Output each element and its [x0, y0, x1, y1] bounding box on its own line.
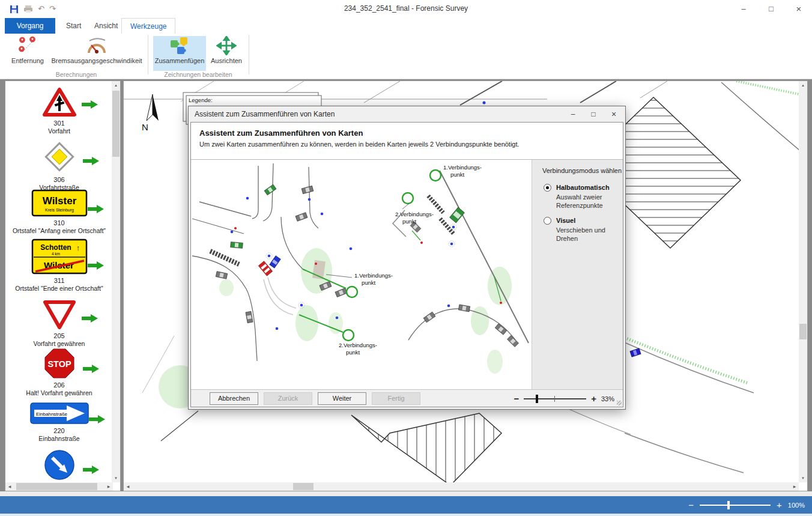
- svg-text:1.Verbindungs-: 1.Verbindungs-: [354, 272, 393, 279]
- zoom-slider[interactable]: [524, 398, 586, 399]
- sign-name: Vorfahrt gewähren: [34, 340, 85, 348]
- map-merge-preview[interactable]: 1.Verbindungs- punkt 2.Verbindungs- punk…: [191, 160, 532, 392]
- tab-werkzeuge[interactable]: Werkzeuge: [121, 18, 175, 34]
- right-map: 1.Verbindungs- punkt 2.Verbindungs- punk…: [393, 164, 529, 374]
- scroll-up-arrow[interactable]: ▲: [799, 81, 807, 90]
- sidebar-vertical-scrollbar[interactable]: ▲ ▼: [112, 81, 120, 482]
- close-button[interactable]: ×: [789, 0, 808, 18]
- tab-start[interactable]: Start: [58, 18, 89, 34]
- scrollbar-thumb[interactable]: [293, 483, 314, 490]
- dialog-subtitle: Um zwei Karten zusammenführen zu können,…: [199, 141, 520, 148]
- canvas-vertical-scrollbar[interactable]: ▲ ▼: [799, 81, 807, 482]
- ribbon-group-separator: [249, 35, 249, 74]
- zoom-slider-tick: [554, 396, 555, 402]
- dialog-maximize-button[interactable]: □: [583, 106, 604, 122]
- sign-name: Halt! Vorfahrt gewähren: [26, 389, 92, 397]
- scroll-down-arrow[interactable]: ▼: [112, 474, 120, 482]
- sidebar-horizontal-scrollbar[interactable]: ◀ ▶: [5, 482, 113, 491]
- tab-ansicht[interactable]: Ansicht: [86, 18, 126, 34]
- sign-number: 205: [53, 332, 64, 340]
- resize-grip[interactable]: [617, 401, 622, 405]
- scrollbar-thumb[interactable]: [16, 483, 97, 490]
- radio-label[interactable]: Halbautomatisch: [556, 184, 610, 191]
- sidebar-item-206[interactable]: STOP 206 Halt! Vorfahrt gewähren: [5, 348, 113, 397]
- green-arrow-icon: [83, 157, 100, 165]
- dialog-body: Assistent zum Zusammenführen von Karten …: [190, 122, 623, 407]
- canvas-horizontal-scrollbar[interactable]: ◀ ▶: [124, 482, 799, 491]
- scroll-left-arrow[interactable]: ◀: [5, 482, 14, 491]
- sign-name: Ortstafel "Ende einer Ortschaft": [15, 285, 103, 293]
- screen-edge: [0, 514, 812, 516]
- ribbon-button-entfernung[interactable]: Entfernung: [7, 36, 48, 71]
- green-arrow-icon: [82, 100, 98, 109]
- sign-number: 311: [54, 277, 65, 285]
- window-bottom-edge: [0, 491, 812, 496]
- green-arrow-icon: [88, 261, 105, 270]
- sign-name: Vorfahrt: [48, 127, 70, 135]
- tab-vorgang[interactable]: Vorgang: [5, 18, 55, 34]
- weiter-button[interactable]: Weiter: [318, 392, 366, 405]
- scroll-right-arrow[interactable]: ▶: [790, 482, 799, 491]
- connection-mode-panel: Verbindungsmodus wählen Halbautomatisch …: [532, 160, 623, 392]
- dialog-minimize-button[interactable]: –: [563, 106, 583, 122]
- zoom-slider-thumb[interactable]: [727, 501, 730, 509]
- canvas-zoom-control: − + 100%: [688, 496, 805, 514]
- zoom-in-button[interactable]: +: [777, 496, 782, 514]
- svg-text:Schotten: Schotten: [40, 243, 71, 252]
- radio-description: Verschieben und: [556, 226, 605, 234]
- dialog-title-bar[interactable]: Assistent zum Zusammenführen von Karten …: [189, 106, 625, 122]
- ribbon-button-zusammenfuegen[interactable]: Zusammenfügen: [153, 36, 206, 71]
- scroll-left-arrow[interactable]: ◀: [124, 482, 132, 491]
- scroll-up-arrow[interactable]: ▲: [112, 81, 120, 90]
- sign-311-ortstafel-ende-icon: Schotten ↑ 4 km Wilster: [31, 238, 88, 275]
- radio-label[interactable]: Visuel: [556, 217, 575, 224]
- sign-number: 220: [53, 427, 64, 435]
- svg-text:Wilster: Wilster: [42, 195, 76, 207]
- sign-name: Ortstafel "Anfang einer Ortschaft": [13, 227, 106, 235]
- svg-text:1.Verbindungs-: 1.Verbindungs-: [443, 164, 482, 171]
- sign-number: 206: [53, 381, 64, 389]
- zoom-percentage: 100%: [788, 502, 805, 509]
- svg-text:N: N: [142, 122, 148, 132]
- svg-text:↑: ↑: [76, 243, 80, 252]
- zurueck-button: Zurück: [264, 392, 312, 405]
- status-bar: − + 100%: [0, 496, 812, 514]
- zoom-out-button[interactable]: −: [688, 496, 694, 514]
- zoom-slider-thumb[interactable]: [536, 395, 538, 403]
- ribbon-button-bremsausgangsgeschwindikeit[interactable]: Bremsausgangsgeschwindikeit: [49, 36, 144, 71]
- svg-text:2.Verbindungs-: 2.Verbindungs-: [339, 342, 377, 348]
- ribbon-button-ausrichten[interactable]: Ausrichten: [208, 36, 245, 71]
- sidebar-item-205[interactable]: 205 Vorfahrt gewähren: [5, 300, 113, 348]
- scrollbar-thumb[interactable]: [799, 324, 807, 339]
- scrollbar-thumb[interactable]: [112, 91, 120, 157]
- ribbon-button-label: Ausrichten: [211, 57, 242, 64]
- zoom-percentage: 33%: [601, 395, 614, 402]
- scroll-right-arrow[interactable]: ▶: [105, 482, 113, 491]
- radio-description: Auswahl zweier: [556, 193, 602, 201]
- sign-library-sidebar: 301 Vorfahrt 306 Vorfahrtstraße Wilster: [5, 80, 121, 491]
- zoom-in-button[interactable]: +: [591, 393, 596, 404]
- sidebar-item-310[interactable]: Wilster Kreis Steinburg 310 Ortstafel "A…: [5, 189, 113, 235]
- scroll-down-arrow[interactable]: ▼: [799, 474, 807, 482]
- sign-220-einbahnstrasse-icon: Einbahnstraße: [29, 402, 89, 425]
- sidebar-item-306[interactable]: 306 Vorfahrtstraße: [5, 140, 113, 192]
- zoom-out-button[interactable]: −: [514, 393, 519, 404]
- sign-306-vorfahrtstrasse-icon: [43, 140, 76, 174]
- sidebar-item-311[interactable]: Schotten ↑ 4 km Wilster 311 Ortstafel "E…: [5, 238, 113, 293]
- green-arrow-icon: [83, 466, 100, 474]
- maximize-button[interactable]: □: [762, 0, 781, 18]
- sign-number: 306: [53, 176, 64, 184]
- radio-halbautomatisch[interactable]: [544, 184, 551, 192]
- mode-panel-heading: Verbindungsmodus wählen: [542, 167, 622, 174]
- zoom-slider[interactable]: [700, 505, 771, 506]
- sidebar-item-220[interactable]: Einbahnstraße 220 Einbahnstraße: [5, 402, 113, 443]
- sign-222-arrow-icon: [43, 449, 76, 481]
- abbrechen-button[interactable]: Abbrechen: [210, 392, 258, 405]
- sidebar-item-301[interactable]: 301 Vorfahrt: [5, 87, 113, 135]
- sign-206-stop-icon: STOP: [44, 348, 75, 379]
- radio-visuel[interactable]: [544, 217, 551, 225]
- dialog-close-button[interactable]: ×: [604, 106, 624, 122]
- fertig-button: Fertig: [372, 392, 420, 405]
- minimize-button[interactable]: –: [734, 0, 753, 18]
- sign-205-vorfahrt-gewaehren-icon: [43, 300, 76, 330]
